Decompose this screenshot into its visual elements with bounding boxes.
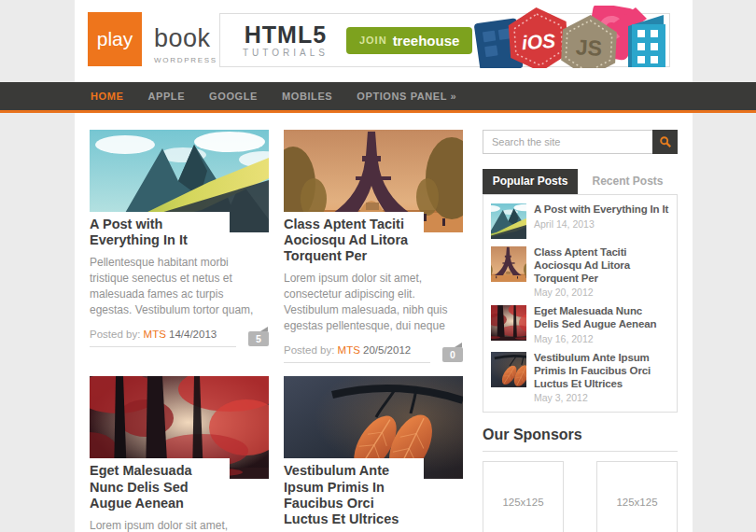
popular-post-title[interactable]: Class Aptent Taciti Aociosqu Ad Litora T… bbox=[534, 246, 669, 285]
nav-item-mobiles[interactable]: MOBILES bbox=[270, 91, 344, 102]
search-button[interactable] bbox=[652, 130, 678, 154]
banner-brand: HTML5 TUTORIALS bbox=[243, 23, 329, 58]
post-card: A Post with Everything In It Pellentesqu… bbox=[90, 130, 269, 363]
site-header: play book WORDPRESS THEME HTML5 TUTORIAL… bbox=[0, 0, 756, 82]
banner-title: HTML5 bbox=[243, 23, 329, 47]
nav-item-options-panel[interactable]: OPTIONS PANEL » bbox=[344, 91, 469, 102]
post-excerpt: Lorem ipsum dolor sit amet, consectetur … bbox=[284, 271, 463, 334]
popular-post-item[interactable]: A Post with Everything In It April 14, 2… bbox=[491, 203, 669, 239]
search-icon bbox=[659, 135, 672, 148]
popular-post-title[interactable]: Eget Malesuada Nunc Delis Sed Augue Aene… bbox=[534, 305, 669, 331]
post-card: Vestibulum Ante Ipsum Primis In Faucibus… bbox=[284, 376, 463, 532]
post-card: Eget Malesuada Nunc Delis Sed Augue Aene… bbox=[90, 376, 269, 532]
popular-posts-panel: A Post with Everything In It April 14, 2… bbox=[483, 194, 678, 413]
comment-count-badge[interactable]: 5 bbox=[248, 331, 269, 346]
popular-thumb-red-forest bbox=[491, 305, 526, 341]
posted-by-label: Posted by: bbox=[90, 329, 140, 340]
posted-by-label: Posted by: bbox=[284, 344, 334, 356]
post-excerpt: Lorem ipsum dolor sit amet, consectetur … bbox=[90, 518, 269, 532]
popular-post-date: May 3, 2012 bbox=[534, 392, 669, 403]
post-date: 14/4/2013 bbox=[169, 329, 217, 340]
banner-subtitle: TUTORIALS bbox=[243, 48, 329, 58]
post-title[interactable]: A Post with Everything In It bbox=[90, 212, 230, 248]
ios-badge-label: iOS bbox=[521, 30, 556, 53]
post-title[interactable]: Vestibulum Ante Ipsum Primis In Faucibus… bbox=[284, 458, 424, 526]
sponsor-ad-slot[interactable]: 125x125 bbox=[483, 461, 564, 532]
logo-play-box: play bbox=[88, 12, 142, 66]
nav-item-home[interactable]: HOME bbox=[91, 91, 135, 102]
tab-recent-posts[interactable]: Recent Posts bbox=[578, 169, 678, 194]
treehouse-label: treehouse bbox=[393, 33, 460, 49]
post-card: Class Aptent Taciti Aociosqu Ad Litora T… bbox=[284, 130, 463, 363]
posts-grid: A Post with Everything In It Pellentesqu… bbox=[90, 130, 463, 532]
main-content: A Post with Everything In It Pellentesqu… bbox=[0, 113, 756, 532]
sponsor-row: 125x125 125x125 bbox=[483, 461, 678, 532]
popular-thumb-mountains bbox=[491, 203, 526, 239]
nav-item-apple[interactable]: APPLE bbox=[135, 91, 197, 102]
header-ad-banner[interactable]: HTML5 TUTORIALS JOIN treehouse bbox=[219, 13, 670, 67]
author-link[interactable]: MTS bbox=[144, 329, 166, 340]
popular-post-item[interactable]: Eget Malesuada Nunc Delis Sed Augue Aene… bbox=[491, 305, 669, 344]
comment-count-badge[interactable]: 0 bbox=[442, 347, 463, 362]
search-input[interactable] bbox=[483, 130, 652, 154]
post-date: 20/5/2012 bbox=[363, 344, 411, 356]
sponsors-heading: Our Sponsors bbox=[483, 427, 678, 452]
post-title[interactable]: Class Aptent Taciti Aociosqu Ad Litora T… bbox=[284, 212, 424, 264]
js-badge-label: JS bbox=[575, 35, 602, 60]
popular-post-item[interactable]: Class Aptent Taciti Aociosqu Ad Litora T… bbox=[491, 246, 669, 298]
popular-post-item[interactable]: Vestibulum Ante Ipsum Primis In Faucibus… bbox=[491, 352, 669, 403]
author-link[interactable]: MTS bbox=[338, 344, 360, 356]
popular-post-date: May 20, 2012 bbox=[534, 287, 669, 298]
popular-post-title[interactable]: Vestibulum Ante Ipsum Primis In Faucibus… bbox=[534, 352, 669, 390]
search-bar bbox=[483, 130, 678, 154]
join-label: JOIN bbox=[359, 35, 387, 46]
post-meta: Posted by: MTS 20/5/2012 bbox=[284, 344, 430, 363]
sponsor-ad-slot[interactable]: 125x125 bbox=[596, 461, 678, 532]
post-title[interactable]: Eget Malesuada Nunc Delis Sed Augue Aene… bbox=[90, 458, 230, 511]
join-treehouse-button[interactable]: JOIN treehouse bbox=[346, 27, 472, 54]
popular-thumb-eiffel-tower bbox=[491, 246, 526, 282]
popular-post-title[interactable]: A Post with Everything In It bbox=[534, 203, 668, 217]
popular-post-date: April 14, 2013 bbox=[534, 218, 668, 230]
popular-thumb-autumn-leaves bbox=[491, 352, 526, 387]
post-meta: Posted by: MTS 14/4/2013 bbox=[90, 329, 236, 347]
post-excerpt: Pellentesque habitant morbi tristique se… bbox=[90, 255, 269, 318]
banner-badges-illustration: iOS JS bbox=[471, 6, 669, 68]
tab-popular-posts[interactable]: Popular Posts bbox=[483, 169, 578, 194]
sidebar-tabs: Popular Posts Recent Posts bbox=[483, 169, 678, 194]
sidebar: Popular Posts Recent Posts A Post with E… bbox=[483, 130, 678, 532]
popular-post-date: May 16, 2012 bbox=[534, 333, 669, 344]
nav-item-google[interactable]: GOOGLE bbox=[197, 91, 270, 102]
main-navigation: HOME APPLE GOOGLE MOBILES OPTIONS PANEL … bbox=[0, 82, 756, 113]
